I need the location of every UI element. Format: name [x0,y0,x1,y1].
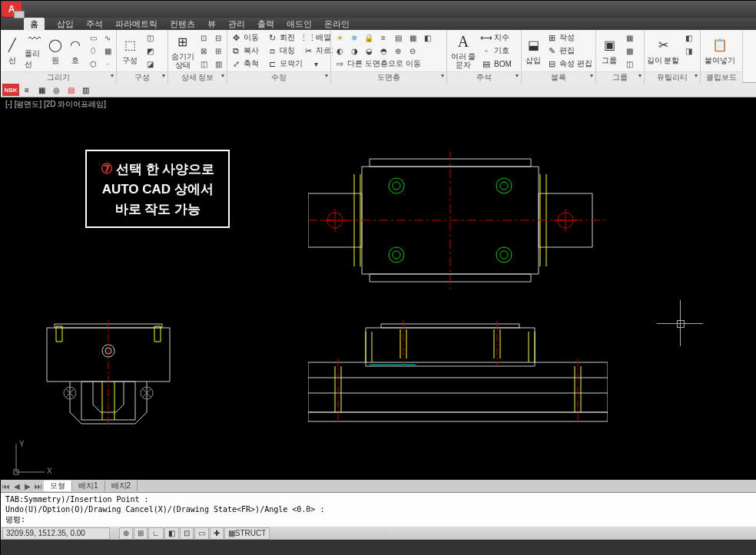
mtext-button[interactable]: A여러 줄 문자 [449,31,478,70]
command-line[interactable]: TAB:Symmetry)/Insertion Point : Undo(U)/… [1,492,756,527]
panel-edit-label[interactable]: 수정 [227,71,330,83]
layer-move-button[interactable]: ⇨다른 도면층으로 이동 [333,58,423,70]
hide-button[interactable]: ⊞숨기기 상태 [170,31,195,70]
layer-icon-9[interactable]: ◑ [347,45,361,57]
ellipse-icon[interactable]: ⬯ [86,45,100,57]
group-button[interactable]: ▣그룹 [598,31,621,70]
paste-button[interactable]: 📋붙여넣기 [702,31,738,70]
spline-icon[interactable]: ∿ [101,31,114,44]
layer-icon-2[interactable]: ❄ [347,31,361,44]
panel-block-label[interactable]: 블록 [522,71,595,83]
tab-home[interactable]: 홈 [24,18,45,31]
offset-button[interactable]: ⊏모깍기 [265,58,304,70]
qt-icon-2[interactable]: ▦ [35,84,48,96]
tab-manage[interactable]: 관리 [228,18,245,30]
sb-icon-6[interactable]: ▭ [194,527,209,540]
panel-group-label[interactable]: 그룹 [596,71,644,83]
sb-icon-1[interactable]: ⊕ [119,527,133,540]
leader-button[interactable]: ◦기호 [479,45,513,57]
layer-icon-11[interactable]: ◓ [376,45,390,57]
copy-button[interactable]: ⧉복사 [229,45,260,57]
layer-icon-8[interactable]: ◐ [333,45,346,57]
sb-icon-4[interactable]: ◧ [164,527,179,540]
drawing-canvas[interactable]: [-] [평면도] [2D 와이어프레임] [1,97,756,492]
tab-addins[interactable]: 애드인 [287,18,312,30]
sb-struct[interactable]: ▦ STRUCT [224,527,270,540]
panel-detail-label[interactable]: 상세 정보 [168,71,227,83]
block-attedit-button[interactable]: ⊟속성 편집 [545,58,594,70]
stretch-button[interactable]: ⤢축척 [229,58,260,70]
rect-icon[interactable]: ▭ [86,31,100,44]
tab-nav-next[interactable]: ▶ [22,482,33,491]
dim-button[interactable]: ⟷치수 [479,31,513,44]
layer-icon-4[interactable]: ≡ [376,31,390,44]
sb-icon-2[interactable]: ⊞ [134,527,148,540]
compose-button[interactable]: ⬚구성 [118,31,141,70]
layer-icon-1[interactable]: ☀ [333,31,346,44]
block-create-button[interactable]: ⊞작성 [545,31,594,44]
util-mini-1[interactable]: ◧ [681,31,695,44]
tab-nav-last[interactable]: ⏭ [33,482,44,491]
layer-icon-3[interactable]: 🔒 [362,31,376,44]
tab-model[interactable]: 모형 [44,481,72,491]
block-insert-button[interactable]: ⬓삽입 [523,31,543,70]
layer-icon-5[interactable]: ▤ [391,31,405,44]
panel-layer-label[interactable]: 도면층 [331,71,446,83]
sb-icon-7[interactable]: ✚ [210,527,224,540]
tab-annotate[interactable]: 주석 [86,18,103,30]
polyline-button[interactable]: 〰폴리선 [25,31,45,70]
sb-icon-3[interactable]: ∟ [148,527,164,540]
tab-nav-first[interactable]: ⏮ [1,482,12,491]
qt-icon-1[interactable]: ≡ [20,84,34,96]
tab-layout1[interactable]: 배치1 [72,481,105,491]
sb-icon-5[interactable]: ⊡ [180,527,194,540]
tab-layout2[interactable]: 배치2 [105,481,138,491]
bom-button[interactable]: ▤BOM [479,58,513,70]
hatch-icon[interactable]: ▦ [101,45,114,57]
polygon-icon[interactable]: ⬡ [86,58,100,70]
panel-annot-label[interactable]: 주석 [447,71,521,83]
split-button[interactable]: ✂길이 분할 [646,31,680,70]
arc-button[interactable]: ◠호 [66,31,85,70]
nsk-button[interactable]: NSK [2,84,19,96]
modify-mini-2[interactable]: ◩ [143,45,157,57]
group-mini-2[interactable]: ▩ [622,45,636,57]
util-mini-2[interactable]: ◨ [681,45,695,57]
panel-draw-label[interactable]: 그리기 [1,71,116,83]
panel-modify-label[interactable]: 구성 [117,71,167,83]
layer-icon-7[interactable]: ◧ [420,31,434,44]
modify-mini-3[interactable]: ◪ [143,58,157,70]
circle-button[interactable]: ◯원 [46,31,65,70]
qt-icon-4[interactable]: ▤ [64,84,78,96]
detail-mini-2[interactable]: ⊟ [211,31,225,44]
panel-utility-label[interactable]: 유틸리티 [645,71,700,83]
rotate-button[interactable]: ↻회전 [265,31,297,44]
group-mini-1[interactable]: ▦ [622,31,636,44]
tab-insert[interactable]: 삽입 [57,18,74,30]
array-button[interactable]: ⋮⋮배열 [301,31,333,44]
layer-icon-6[interactable]: ▦ [406,31,419,44]
detail-mini-1[interactable]: ⊡ [197,31,211,44]
qt-icon-3[interactable]: ◎ [49,84,63,96]
tab-view[interactable]: 뷰 [207,18,216,30]
tab-nav-prev[interactable]: ◀ [12,482,22,491]
qt-icon-5[interactable]: ▥ [78,84,92,96]
tab-online[interactable]: 온라인 [324,18,350,30]
line-button[interactable]: ╱선 [2,31,23,70]
tab-content[interactable]: 컨텐츠 [170,18,195,30]
detail-mini-3[interactable]: ⊠ [197,45,211,57]
layer-icon-12[interactable]: ⊕ [391,45,405,57]
edit-extra-icon[interactable]: ▾ [309,58,323,70]
detail-mini-4[interactable]: ⊞ [211,45,225,57]
tab-output[interactable]: 출력 [257,18,274,30]
modify-mini-1[interactable]: ◫ [143,31,157,44]
layer-icon-10[interactable]: ◒ [362,45,376,57]
move-button[interactable]: ✥이동 [229,31,260,44]
block-edit-button[interactable]: ✎편집 [545,45,594,57]
mirror-button[interactable]: ⧈대칭 [265,45,297,57]
app-logo-icon[interactable]: A [2,2,22,17]
point-icon[interactable]: ∙ [101,58,114,70]
command-prompt[interactable]: 명령: [5,514,752,524]
tab-parametric[interactable]: 파라메트릭 [115,18,158,30]
group-mini-3[interactable]: ◫ [622,58,636,70]
